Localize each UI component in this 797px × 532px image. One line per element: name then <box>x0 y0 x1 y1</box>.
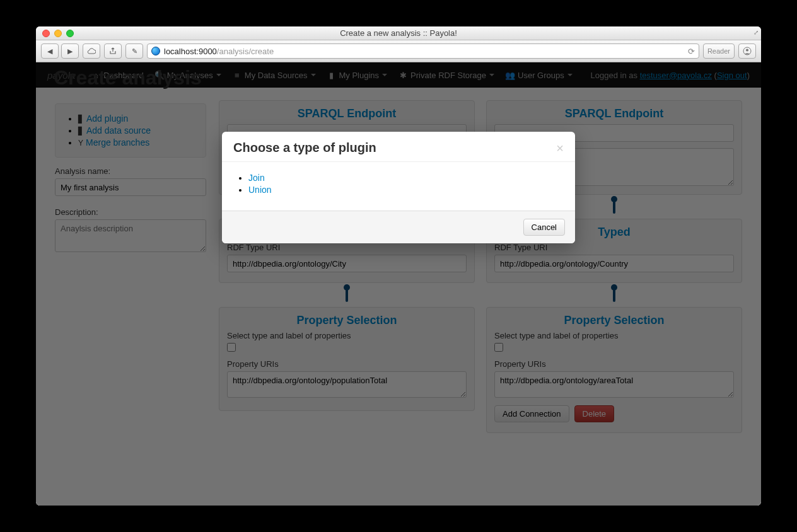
browser-toolbar: ◀ ▶ ✎ localhost:9000/analysis/create ⟳ R… <box>36 40 761 62</box>
url-host: localhost:9000 <box>164 47 217 56</box>
safari-window: Create a new analysis :: Payola! ⤢ ◀ ▶ ✎… <box>36 26 761 506</box>
plugin-type-modal: Choose a type of plugin × Join Union Can… <box>222 132 575 243</box>
user-circle-icon <box>743 47 752 55</box>
modal-close-button[interactable]: × <box>556 142 564 154</box>
modal-title: Choose a type of plugin <box>233 141 376 155</box>
resize-icon[interactable]: ⤢ <box>753 29 759 36</box>
page-viewport: payola ⌂Dashboard 🔍My Analyses ≡My Data … <box>36 62 761 506</box>
minimize-window-button[interactable] <box>54 30 62 37</box>
cloud-icon <box>87 47 96 55</box>
plugins-button[interactable]: ✎ <box>125 43 143 59</box>
svg-point-1 <box>746 49 748 52</box>
close-window-button[interactable] <box>42 30 50 37</box>
icloud-button[interactable] <box>83 43 100 59</box>
zoom-window-button[interactable] <box>66 30 74 37</box>
reload-icon[interactable]: ⟳ <box>688 47 695 56</box>
reader-button[interactable]: Reader <box>703 43 735 59</box>
pin-icon: ✎ <box>130 47 139 55</box>
back-button[interactable]: ◀ <box>41 43 59 59</box>
share-button[interactable] <box>104 43 122 59</box>
window-lights <box>36 30 74 37</box>
cancel-button[interactable]: Cancel <box>523 219 565 236</box>
share-icon <box>108 47 117 55</box>
forward-button[interactable]: ▶ <box>61 43 79 59</box>
url-path: /analysis/create <box>217 47 274 56</box>
plugin-option-join[interactable]: Join <box>248 173 265 183</box>
globe-icon <box>151 47 160 55</box>
titlebar: Create a new analysis :: Payola! ⤢ <box>36 26 761 40</box>
plugin-option-union[interactable]: Union <box>248 185 272 195</box>
window-title: Create a new analysis :: Payola! <box>36 28 761 38</box>
url-bar[interactable]: localhost:9000/analysis/create ⟳ <box>147 43 699 59</box>
downloads-button[interactable] <box>738 43 756 59</box>
modal-overlay[interactable]: Choose a type of plugin × Join Union Can… <box>36 62 761 506</box>
